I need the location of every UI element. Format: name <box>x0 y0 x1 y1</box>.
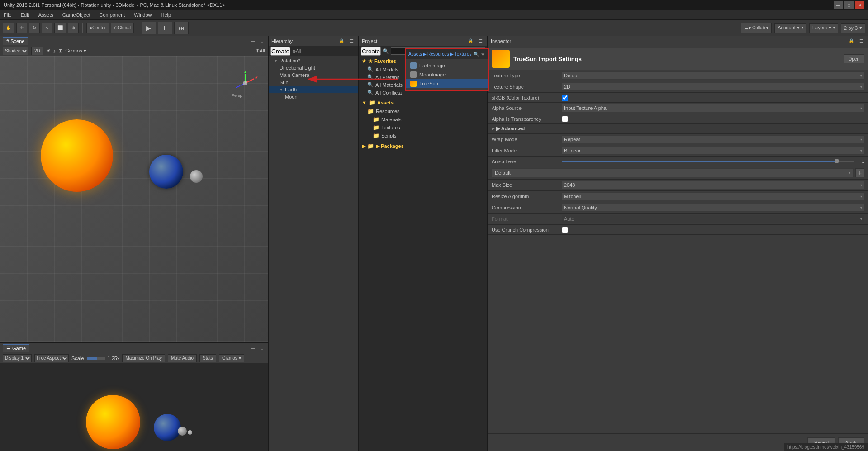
account-dropdown[interactable]: Account ▾ <box>774 23 806 33</box>
game-minimize-icon[interactable]: — <box>249 345 257 351</box>
rect-tool[interactable]: ⬜ <box>54 23 66 33</box>
hier-item-sun[interactable]: Sun <box>269 79 358 86</box>
hier-item-moon[interactable]: Moon <box>269 93 358 100</box>
tab-game[interactable]: ☰ Game <box>3 344 29 352</box>
max-size-dropdown[interactable]: 2048 ▾ <box>562 181 864 189</box>
open-button[interactable]: Open <box>844 54 864 63</box>
fb-resources-link[interactable]: Resources <box>427 52 449 57</box>
mute-audio-btn[interactable]: Mute Audio <box>168 354 197 362</box>
srgb-label: sRGB (Color Texture) <box>492 95 562 100</box>
fb-assets-link[interactable]: Assets <box>408 52 422 57</box>
move-tool[interactable]: ✛ <box>16 23 27 33</box>
close-button[interactable]: ✕ <box>855 1 864 9</box>
scene-light-icon[interactable]: ☀ <box>46 48 51 54</box>
srgb-checkbox[interactable] <box>562 95 568 101</box>
fb-item-truesun[interactable]: TrueSun <box>406 79 488 88</box>
stats-btn[interactable]: Stats <box>199 354 216 362</box>
minimize-icon[interactable]: — <box>249 38 257 44</box>
hierarchy-menu-icon[interactable]: ☰ <box>348 38 356 44</box>
format-dropdown[interactable]: Auto ▾ <box>562 215 864 223</box>
menu-edit[interactable]: Edit <box>19 11 31 19</box>
inspector-header-options: 🔒 ☰ <box>847 38 865 44</box>
menu-window[interactable]: Window <box>132 11 153 19</box>
advanced-section[interactable]: ▶ ▶ Advanced <box>488 124 868 134</box>
minimize-button[interactable]: — <box>834 1 843 9</box>
pivot-center-btn[interactable]: ● Center <box>86 23 109 33</box>
search-models-icon: 🔍 <box>367 66 374 72</box>
maximize-on-play-btn[interactable]: Maximize On Play <box>122 354 165 362</box>
aniso-level-slider[interactable]: 1 <box>562 159 864 164</box>
2d-toggle[interactable]: 2D <box>31 47 43 55</box>
fb-search-icon[interactable]: 🔍 <box>474 52 479 57</box>
game-canvas[interactable] <box>0 363 268 451</box>
project-create-btn[interactable]: Create <box>361 47 381 56</box>
menu-file[interactable]: File <box>2 11 14 19</box>
aniso-slider-thumb[interactable] <box>835 159 839 163</box>
default-platform-dropdown[interactable]: Default ▾ <box>492 168 854 177</box>
texture-type-dropdown[interactable]: Default ▾ <box>562 71 864 80</box>
hier-item-maincamera[interactable]: Main Camera <box>269 71 358 79</box>
wrap-mode-dropdown[interactable]: Repeat ▾ <box>562 135 864 143</box>
proj-scripts[interactable]: 📁 Scripts <box>359 132 487 140</box>
proj-textures[interactable]: 📁 Textures <box>359 123 487 132</box>
alpha-transparency-label: Alpha Is Transparency <box>492 116 562 122</box>
menu-gameobject[interactable]: GameObject <box>61 11 92 19</box>
scene-vr-icon[interactable]: ⊞ <box>58 48 62 54</box>
proj-resources[interactable]: 📁 Resources <box>359 107 487 115</box>
aspect-select[interactable]: Free Aspect <box>34 354 69 362</box>
hierarchy-content: ▼ Rotation* Directional Light Main Camer… <box>269 56 358 451</box>
hierarchy-create-btn[interactable]: Create <box>270 47 290 56</box>
play-button[interactable]: ▶ <box>142 22 156 34</box>
hier-item-earth[interactable]: ▼ Earth <box>269 86 358 93</box>
alpha-transparency-checkbox[interactable] <box>562 116 568 122</box>
display-select[interactable]: Display 1 <box>3 354 32 362</box>
project-menu-icon[interactable]: ☰ <box>477 38 484 44</box>
crunch-compression-checkbox[interactable] <box>562 227 568 233</box>
filter-mode-dd-icon: ▾ <box>860 149 862 153</box>
maximize-scene-icon[interactable]: □ <box>259 38 265 44</box>
maximize-button[interactable]: □ <box>844 1 854 9</box>
hierarchy-all-btn[interactable]: ⊕All <box>292 49 301 54</box>
game-maximize-icon[interactable]: □ <box>259 345 265 351</box>
fb-bookmark-icon[interactable]: ★ <box>481 52 485 57</box>
hier-item-rotation[interactable]: ▼ Rotation* <box>269 57 358 64</box>
fb-item-moonimage[interactable]: MoonImage <box>406 70 488 79</box>
scene-canvas[interactable]: Persp <box>0 56 268 342</box>
proj-packages-section[interactable]: ▶ 📁 ▶ Packages <box>359 142 487 151</box>
scale-tool[interactable]: ⤡ <box>42 23 52 33</box>
menu-help[interactable]: Help <box>159 11 173 19</box>
rotate-tool[interactable]: ↻ <box>29 23 40 33</box>
hier-item-directionallight[interactable]: Directional Light <box>269 64 358 71</box>
texture-shape-dropdown[interactable]: 2D ▾ <box>562 83 864 91</box>
proj-assets-section[interactable]: ▼ 📁 Assets <box>359 98 487 107</box>
pause-button[interactable]: ⏸ <box>158 22 172 34</box>
compression-dropdown[interactable]: Normal Quality ▾ <box>562 204 864 212</box>
inspector-menu-icon[interactable]: ☰ <box>858 38 865 44</box>
global-local-btn[interactable]: ⊙ Global <box>111 23 134 33</box>
filter-mode-dropdown[interactable]: Bilinear ▾ <box>562 147 864 155</box>
alpha-source-dropdown[interactable]: Input Texture Alpha ▾ <box>562 104 864 112</box>
gizmos-btn[interactable]: Gizmos ▾ <box>65 48 86 54</box>
menu-component[interactable]: Component <box>97 11 127 19</box>
fb-content: EarthImage MoonImage TrueSun <box>406 59 488 90</box>
layout-dropdown[interactable]: 2 by 3 ▾ <box>841 23 865 33</box>
collab-button[interactable]: ☁ ▾ Collab ▾ <box>741 23 772 33</box>
scene-audio-icon[interactable]: ♪ <box>53 48 56 54</box>
transform-tool[interactable]: ⊕ <box>68 23 79 33</box>
scale-slider[interactable] <box>87 357 105 360</box>
resize-algorithm-dropdown[interactable]: Mitchell ▾ <box>562 192 864 200</box>
project-lock-icon[interactable]: 🔒 <box>466 38 475 44</box>
hand-tool[interactable]: ✋ <box>3 23 14 33</box>
shading-mode-select[interactable]: Shaded <box>3 47 28 55</box>
proj-materials[interactable]: 📁 Materials <box>359 115 487 123</box>
hierarchy-lock-icon[interactable]: 🔒 <box>337 38 346 44</box>
layers-dropdown[interactable]: Layers ▾ <box>809 23 838 33</box>
add-platform-button[interactable]: + <box>855 168 864 177</box>
step-button[interactable]: ⏭ <box>174 22 189 34</box>
menu-assets[interactable]: Assets <box>37 11 55 19</box>
inspector-lock-icon[interactable]: 🔒 <box>847 38 856 44</box>
fb-item-earthimage[interactable]: EarthImage <box>406 61 488 70</box>
game-gizmos-btn[interactable]: Gizmos ▾ <box>219 354 244 362</box>
fb-textures-link[interactable]: Textures <box>455 52 472 57</box>
tab-scene[interactable]: # Scene <box>3 37 28 45</box>
